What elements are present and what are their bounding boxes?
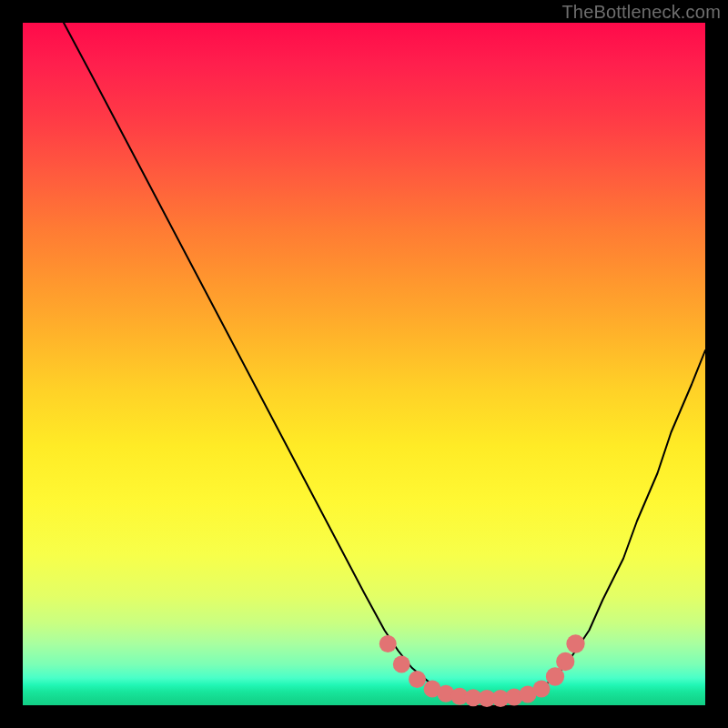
svg-point-12 — [546, 667, 564, 685]
curve-line — [64, 23, 705, 699]
marker-dots — [379, 634, 585, 707]
svg-point-13 — [556, 652, 574, 671]
svg-point-1 — [393, 656, 410, 673]
chart-svg — [23, 23, 705, 705]
svg-point-0 — [379, 635, 397, 652]
chart-frame: TheBottleneck.com — [0, 0, 728, 728]
svg-point-2 — [409, 671, 426, 688]
plot-area — [23, 23, 705, 705]
svg-point-11 — [533, 681, 551, 698]
svg-point-14 — [566, 634, 584, 652]
watermark-text: TheBottleneck.com — [561, 2, 721, 23]
